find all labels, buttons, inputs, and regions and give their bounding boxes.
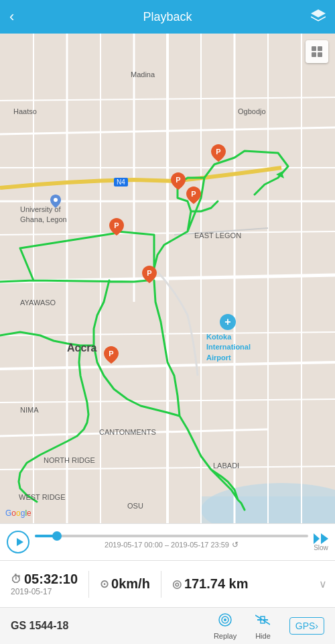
svg-marker-36: [17, 538, 23, 546]
timeline-date-range: 2019-05-17 00:00 – 2019-05-17 23:59: [105, 541, 229, 549]
replay-action[interactable]: Replay: [214, 612, 237, 640]
bottom-actions: Replay Hide GPS›: [214, 612, 324, 640]
svg-marker-37: [314, 533, 320, 544]
stat-divider-1: [88, 571, 89, 598]
svg-marker-38: [321, 533, 328, 544]
map-layer-button[interactable]: [306, 40, 328, 63]
distance-value: 171.74 km: [184, 576, 249, 592]
back-button[interactable]: ‹: [9, 8, 14, 25]
hide-label: Hide: [255, 632, 271, 640]
play-button[interactable]: [7, 531, 29, 553]
header: ‹ Playback: [0, 0, 335, 34]
hide-icon: [255, 612, 270, 631]
svg-point-31: [54, 198, 58, 202]
timeline-bar: 2019-05-17 00:00 – 2019-05-17 23:59 ↺ Sl…: [0, 523, 335, 560]
svg-rect-32: [312, 46, 316, 51]
stat-speed: ⊙ 0km/h: [100, 576, 150, 592]
speed-label: Slow: [314, 544, 328, 551]
stat-time: ⏱ 05:32:10 2019-05-17: [11, 572, 78, 596]
timeline-label: 2019-05-17 00:00 – 2019-05-17 23:59 ↺: [35, 540, 308, 549]
timeline-dot: [52, 531, 62, 541]
timeline-track-wrap[interactable]: 2019-05-17 00:00 – 2019-05-17 23:59 ↺: [35, 535, 308, 549]
map-container[interactable]: + Madina Haatso Ogbodjo N4 University of…: [0, 34, 335, 523]
svg-rect-35: [318, 52, 322, 57]
page-title: Playback: [143, 10, 192, 24]
speed-value: 0km/h: [111, 576, 150, 592]
stat-distance-value: ◎ 171.74 km: [172, 576, 249, 592]
replay-label: Replay: [214, 632, 237, 640]
stat-time-value: ⏱ 05:32:10: [11, 572, 78, 587]
bottom-bar: GS 1544-18 Replay Hide: [0, 607, 335, 644]
device-id: GS 1544-18: [11, 620, 214, 632]
svg-point-41: [224, 619, 226, 621]
svg-rect-33: [318, 46, 322, 51]
location-pin: [50, 195, 61, 208]
hide-action[interactable]: Hide: [255, 612, 271, 640]
stat-divider-2: [161, 571, 161, 598]
gps-label[interactable]: GPS›: [289, 617, 324, 635]
replay-icon: [218, 612, 232, 631]
fast-forward-button[interactable]: Slow: [314, 533, 328, 551]
google-logo: Google: [5, 508, 31, 518]
date-value: 2019-05-17: [11, 587, 78, 596]
distance-icon: ◎: [172, 578, 182, 590]
svg-rect-34: [312, 52, 316, 57]
stats-bar: ⏱ 05:32:10 2019-05-17 ⊙ 0km/h ◎ 171.74 k…: [0, 560, 335, 607]
timeline-track[interactable]: [35, 535, 308, 537]
svg-text:+: +: [224, 316, 230, 327]
layers-icon[interactable]: [311, 9, 326, 25]
route-arrow: [275, 168, 288, 181]
stat-distance: ◎ 171.74 km: [172, 576, 249, 592]
time-icon: ⏱: [11, 574, 21, 586]
refresh-icon: ↺: [232, 540, 239, 549]
time-value: 05:32:10: [24, 572, 78, 587]
chevron-down-icon[interactable]: ∨: [319, 578, 327, 590]
stat-speed-value: ⊙ 0km/h: [100, 576, 150, 592]
speed-icon: ⊙: [100, 578, 109, 590]
gps-action[interactable]: GPS›: [289, 617, 324, 635]
map-svg: +: [0, 34, 335, 523]
